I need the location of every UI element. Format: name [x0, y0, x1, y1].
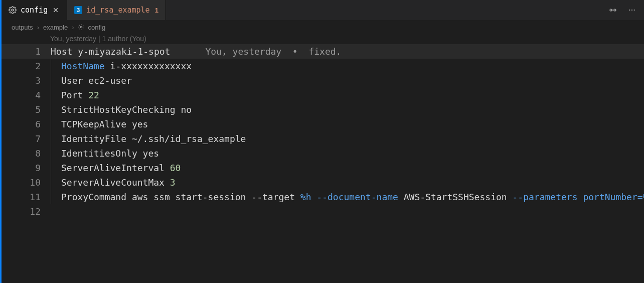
- indent-guide: [51, 88, 51, 102]
- line-number: 12: [2, 204, 51, 219]
- tab-label: config: [21, 6, 48, 15]
- git-blame-annotation: You, yesterday • fixed.: [205, 44, 341, 59]
- svg-point-1: [610, 9, 612, 11]
- breadcrumb-seg-outputs[interactable]: outputs: [12, 24, 33, 31]
- line-number: 7: [2, 131, 51, 146]
- code-line[interactable]: 9 ServerAliveInterval 60: [2, 161, 644, 175]
- indent-guide: [51, 175, 51, 190]
- breadcrumb-seg-config[interactable]: config: [78, 24, 105, 31]
- line-number: 4: [2, 88, 51, 102]
- line-number: 5: [2, 102, 51, 117]
- indent-guide: [51, 102, 51, 117]
- authors-line[interactable]: You, yesterday | 1 author (You): [2, 33, 644, 44]
- tab-config[interactable]: config: [2, 0, 67, 20]
- line-number: 3: [2, 73, 51, 88]
- editor-window: config 3 id_rsa_example 1 outputs › exam…: [2, 0, 644, 283]
- tab-id-rsa-example[interactable]: 3 id_rsa_example 1: [67, 0, 166, 20]
- indent-guide: [51, 161, 51, 175]
- code-line[interactable]: 12: [2, 204, 644, 219]
- code-line[interactable]: 11 ProxyCommand aws ssm start-session --…: [2, 190, 644, 204]
- svg-point-5: [634, 10, 635, 11]
- code-line[interactable]: 6 TCPKeepAlive yes: [2, 117, 644, 131]
- chevron-right-icon: ›: [37, 24, 39, 31]
- line-number: 10: [2, 175, 51, 190]
- indent-guide: [51, 59, 51, 73]
- gear-icon: [9, 6, 17, 14]
- indent-guide: [51, 146, 51, 161]
- gear-icon: [78, 24, 85, 31]
- line-number: 2: [2, 59, 51, 73]
- code-line[interactable]: 4 Port 22: [2, 88, 644, 102]
- line-number: 8: [2, 146, 51, 161]
- modified-count-badge: 1: [155, 7, 158, 14]
- compare-changes-icon[interactable]: [608, 5, 618, 15]
- line-number: 11: [2, 190, 51, 204]
- code-line[interactable]: 2 HostName i-xxxxxxxxxxxxx: [2, 59, 644, 73]
- code-line[interactable]: 3 User ec2-user: [2, 73, 644, 88]
- code-line[interactable]: 7 IdentityFile ~/.ssh/id_rsa_example: [2, 131, 644, 146]
- tab-bar: config 3 id_rsa_example 1: [2, 0, 644, 20]
- code-line[interactable]: 1 Host y-miyazaki-1-spotYou, yesterday •…: [2, 44, 644, 59]
- svg-point-6: [81, 26, 83, 28]
- breadcrumb-seg-example[interactable]: example: [43, 24, 68, 31]
- code-line[interactable]: 10 ServerAliveCountMax 3: [2, 175, 644, 190]
- svg-point-0: [12, 9, 14, 11]
- indent-guide: [51, 117, 51, 131]
- svg-point-2: [614, 9, 616, 11]
- chevron-right-icon: ›: [72, 24, 74, 31]
- svg-point-3: [629, 10, 630, 11]
- tab-label: id_rsa_example: [86, 6, 149, 15]
- line-number: 9: [2, 161, 51, 175]
- tab-actions: [601, 0, 644, 20]
- indent-guide: [51, 131, 51, 146]
- indent-guide: [51, 190, 51, 204]
- code-line[interactable]: 5 StrictHostKeyChecking no: [2, 102, 644, 117]
- code-editor[interactable]: 1 Host y-miyazaki-1-spotYou, yesterday •…: [2, 44, 644, 283]
- close-icon[interactable]: [52, 6, 60, 14]
- css-file-icon: 3: [74, 6, 82, 14]
- more-actions-icon[interactable]: [627, 5, 637, 15]
- line-number: 1: [2, 44, 51, 59]
- indent-guide: [51, 73, 51, 88]
- svg-point-4: [631, 10, 632, 11]
- code-line[interactable]: 8 IdentitiesOnly yes: [2, 146, 644, 161]
- breadcrumb: outputs › example › config: [2, 20, 644, 33]
- line-number: 6: [2, 117, 51, 131]
